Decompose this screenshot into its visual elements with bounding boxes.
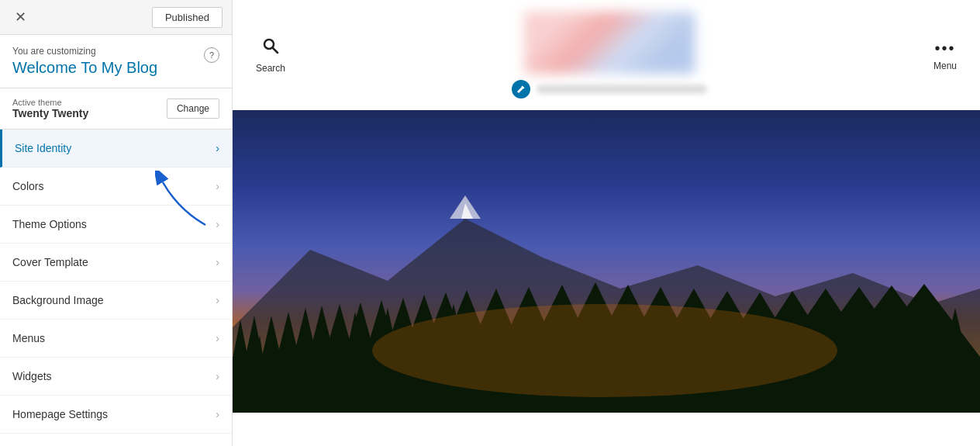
- preview-header: Search ••• Menu: [233, 0, 980, 110]
- chevron-right-icon: ›: [216, 332, 219, 344]
- active-theme-name: Twenty Twenty: [12, 107, 88, 119]
- sidebar: ✕ Published You are customizing Welcome …: [0, 0, 233, 446]
- menu-item-label: Menus: [12, 332, 45, 344]
- site-logo-area: [512, 12, 707, 99]
- active-theme-label: Active theme: [12, 98, 88, 107]
- sidebar-topbar: ✕ Published: [0, 0, 232, 35]
- menu-item-background-image[interactable]: Background Image ›: [0, 282, 232, 320]
- preview-area: Search ••• Menu: [233, 0, 980, 446]
- chevron-right-icon: ›: [216, 408, 219, 420]
- menu-item-menus[interactable]: Menus ›: [0, 320, 232, 358]
- menu-label: Menu: [933, 61, 957, 71]
- search-area[interactable]: Search: [256, 36, 285, 74]
- close-icon: ✕: [15, 9, 26, 26]
- chevron-right-icon: ›: [216, 256, 219, 268]
- svg-line-2: [273, 48, 278, 53]
- menu-dots-area[interactable]: ••• Menu: [933, 40, 957, 71]
- site-logo-blurred: [524, 12, 695, 74]
- customizing-label: You are customizing: [12, 46, 157, 57]
- menu-dots-icon: •••: [934, 40, 955, 57]
- menu-item-homepage-settings[interactable]: Homepage Settings ›: [0, 396, 232, 434]
- menu-item-site-identity[interactable]: Site Identity ›: [0, 130, 232, 168]
- menu-item-widgets[interactable]: Widgets ›: [0, 358, 232, 396]
- search-label: Search: [256, 63, 285, 74]
- active-theme-section: Active theme Twenty Twenty Change: [0, 88, 232, 130]
- customizing-info: You are customizing Welcome To My Blog: [12, 46, 157, 77]
- customizer-menu: Site Identity › Colors › Theme Options ›…: [0, 130, 232, 446]
- menu-item-label: Cover Template: [12, 256, 88, 268]
- chevron-right-icon: ›: [216, 294, 219, 306]
- menu-item-label: Colors: [12, 180, 43, 192]
- chevron-right-icon: ›: [216, 180, 219, 192]
- menu-item-label: Site Identity: [15, 142, 71, 154]
- hero-image: [233, 110, 980, 413]
- menu-item-colors[interactable]: Colors ›: [0, 168, 232, 206]
- customizing-section: You are customizing Welcome To My Blog ?: [0, 35, 232, 88]
- close-button[interactable]: ✕: [9, 6, 31, 28]
- menu-item-label: Homepage Settings: [12, 408, 108, 420]
- change-theme-button[interactable]: Change: [167, 99, 219, 119]
- theme-info: Active theme Twenty Twenty: [12, 98, 88, 119]
- published-button[interactable]: Published: [152, 7, 223, 28]
- menu-item-theme-options[interactable]: Theme Options ›: [0, 206, 232, 244]
- edit-logo-button[interactable]: [512, 80, 530, 99]
- help-button[interactable]: ?: [204, 47, 219, 63]
- chevron-right-icon: ›: [216, 142, 219, 154]
- menu-item-cover-template[interactable]: Cover Template ›: [0, 244, 232, 282]
- chevron-right-icon: ›: [216, 218, 219, 230]
- menu-item-label: Widgets: [12, 370, 52, 382]
- blog-title: Welcome To My Blog: [12, 59, 157, 77]
- svg-point-5: [372, 304, 837, 397]
- logo-subtitle-row: [512, 80, 707, 99]
- site-tagline-blurred: [537, 85, 707, 94]
- chevron-right-icon: ›: [216, 370, 219, 382]
- menu-item-label: Theme Options: [12, 218, 87, 230]
- menu-item-label: Background Image: [12, 294, 104, 306]
- search-icon: [261, 36, 280, 60]
